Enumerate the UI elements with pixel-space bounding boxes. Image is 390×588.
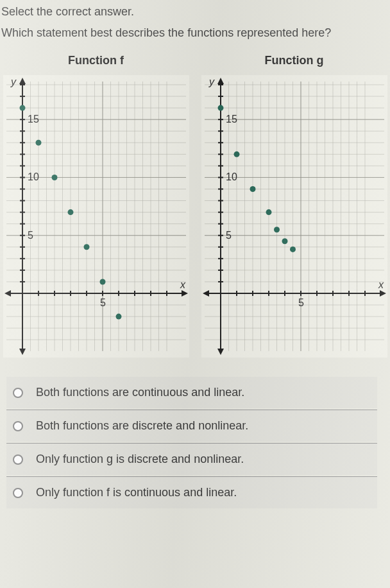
- svg-text:y: y: [208, 76, 215, 87]
- svg-text:x: x: [180, 279, 186, 290]
- svg-marker-147: [217, 349, 224, 355]
- radio-icon[interactable]: [13, 454, 23, 465]
- svg-text:10: 10: [28, 172, 39, 183]
- chart-g-block: Function g 510155yx: [198, 54, 390, 358]
- chart-g-title: Function g: [198, 54, 390, 67]
- svg-point-89: [51, 175, 57, 180]
- chart-f-block: Function f 510155yx: [0, 54, 192, 358]
- options-list: Both functions are continuous and linear…: [0, 370, 390, 508]
- svg-point-187: [290, 246, 296, 252]
- svg-text:15: 15: [28, 114, 39, 125]
- option-row[interactable]: Only function f is continuous and linear…: [6, 476, 377, 508]
- svg-point-182: [233, 151, 239, 157]
- svg-text:x: x: [378, 279, 384, 290]
- svg-point-186: [282, 238, 287, 244]
- svg-marker-146: [217, 78, 224, 84]
- svg-text:5: 5: [226, 230, 232, 241]
- chart-f-title: Function f: [0, 54, 192, 67]
- radio-icon[interactable]: [13, 388, 23, 398]
- svg-marker-50: [182, 290, 188, 297]
- radio-icon[interactable]: [13, 421, 23, 431]
- svg-marker-52: [19, 78, 26, 84]
- svg-point-88: [35, 140, 41, 146]
- chart-f-canvas: 510155yx: [3, 75, 189, 358]
- svg-point-93: [115, 314, 121, 320]
- svg-point-184: [266, 209, 271, 215]
- svg-marker-145: [203, 290, 209, 297]
- svg-marker-144: [380, 290, 386, 297]
- svg-point-185: [274, 227, 280, 232]
- question-text: Which statement best describes the funct…: [0, 25, 390, 54]
- svg-marker-53: [19, 349, 26, 355]
- charts-row: Function f 510155yx Function g 510155yx: [0, 54, 390, 370]
- chart-g-canvas: 510155yx: [201, 75, 387, 358]
- svg-point-87: [19, 105, 25, 111]
- svg-text:y: y: [10, 76, 17, 87]
- svg-point-92: [99, 279, 105, 285]
- option-row[interactable]: Both functions are discrete and nonlinea…: [6, 410, 377, 442]
- option-label: Both functions are discrete and nonlinea…: [36, 419, 248, 433]
- svg-text:5: 5: [28, 230, 33, 241]
- radio-icon[interactable]: [13, 488, 23, 498]
- svg-point-91: [83, 244, 89, 250]
- option-row[interactable]: Both functions are continuous and linear…: [6, 377, 377, 408]
- option-row[interactable]: Only function g is discrete and nonlinea…: [6, 443, 377, 475]
- instruction-text: Select the correct answer.: [0, 0, 390, 25]
- option-label: Both functions are continuous and linear…: [36, 386, 244, 399]
- svg-text:10: 10: [226, 172, 237, 183]
- svg-marker-51: [4, 290, 11, 297]
- svg-text:5: 5: [100, 297, 106, 308]
- svg-text:15: 15: [226, 114, 237, 125]
- option-label: Only function f is continuous and linear…: [36, 486, 237, 499]
- option-label: Only function g is discrete and nonlinea…: [36, 453, 244, 466]
- svg-point-181: [217, 105, 223, 111]
- svg-point-183: [250, 186, 255, 192]
- svg-text:5: 5: [298, 297, 304, 308]
- svg-point-90: [67, 209, 73, 215]
